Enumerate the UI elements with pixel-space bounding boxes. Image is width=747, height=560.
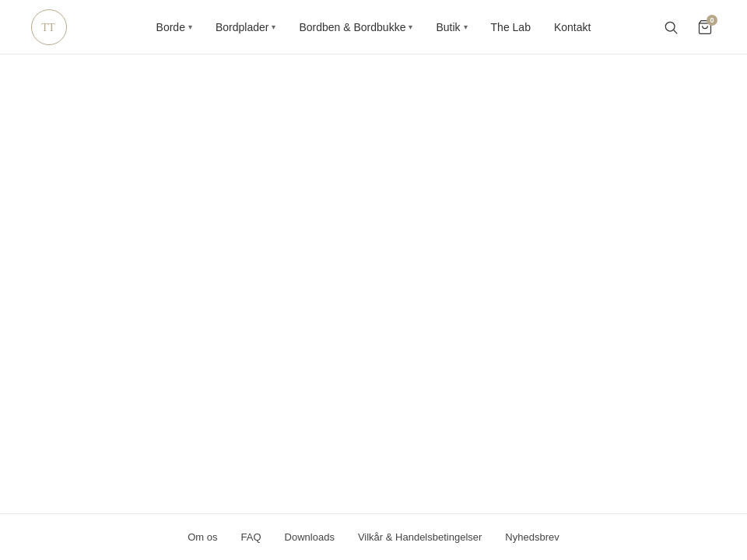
nav-item-butik[interactable]: Butik▾ [436, 21, 467, 33]
footer-link-nyhedsbrev[interactable]: Nyhedsbrev [505, 531, 559, 543]
footer-link-faq[interactable]: FAQ [241, 531, 261, 543]
footer-link-om-os[interactable]: Om os [188, 531, 217, 543]
nav-item-label: Borde [156, 21, 185, 33]
nav-item-label: Butik [436, 21, 460, 33]
cart-button[interactable]: 0 [694, 16, 716, 38]
chevron-down-icon: ▾ [464, 23, 468, 31]
nav-item-the-lab[interactable]: The Lab [491, 21, 531, 33]
nav-item-label: The Lab [491, 21, 531, 33]
chevron-down-icon: ▾ [188, 23, 192, 31]
svg-text:TT: TT [41, 21, 55, 33]
footer-link-downloads[interactable]: Downloads [285, 531, 335, 543]
nav-item-label: Bordplader [216, 21, 269, 33]
nav-item-bordben---bordbukke[interactable]: Bordben & Bordbukke▾ [299, 21, 412, 33]
site-logo[interactable]: TT [31, 9, 67, 45]
site-header: TT Borde▾Bordplader▾Bordben & Bordbukke▾… [0, 0, 747, 54]
nav-item-label: Kontakt [554, 21, 591, 33]
search-icon [663, 19, 679, 35]
nav-item-borde[interactable]: Borde▾ [156, 21, 192, 33]
search-button[interactable] [660, 16, 682, 38]
chevron-down-icon: ▾ [272, 23, 275, 31]
svg-line-2 [674, 30, 678, 33]
main-nav: Borde▾Bordplader▾Bordben & Bordbukke▾But… [156, 21, 591, 33]
cart-badge: 0 [707, 15, 717, 26]
footer-link-vilk-r---handelsbetingelser[interactable]: Vilkår & Handelsbetingelser [358, 531, 482, 543]
main-content [0, 54, 747, 513]
nav-item-bordplader[interactable]: Bordplader▾ [216, 21, 276, 33]
site-footer: Om osFAQDownloadsVilkår & Handelsbetinge… [0, 513, 747, 560]
chevron-down-icon: ▾ [409, 23, 412, 31]
header-actions: 0 [660, 16, 716, 38]
svg-point-1 [665, 22, 675, 31]
nav-item-label: Bordben & Bordbukke [299, 21, 405, 33]
nav-item-kontakt[interactable]: Kontakt [554, 21, 591, 33]
